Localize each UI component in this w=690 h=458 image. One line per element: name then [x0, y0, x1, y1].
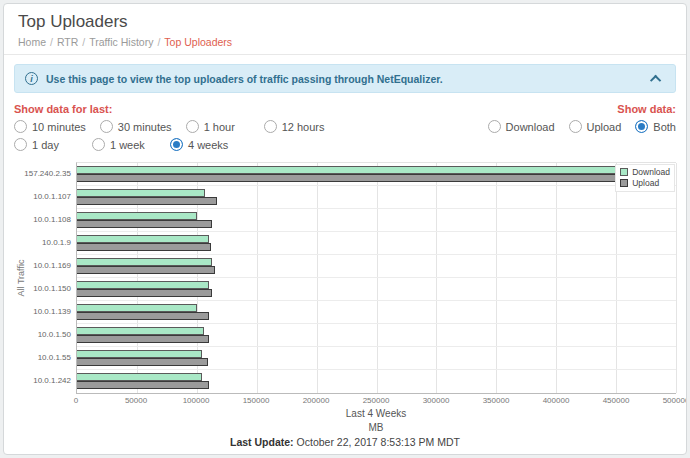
- info-alert: i Use this page to view the top uploader…: [14, 64, 676, 93]
- chart-row: [77, 347, 676, 370]
- controls-bar: Show data for last: 10 minutes30 minutes…: [4, 101, 686, 160]
- bar-download: [77, 212, 197, 220]
- time-options-row-2: 1 day1 week4 weeks: [14, 138, 328, 151]
- info-icon: i: [25, 72, 38, 85]
- filter-section: Filter data by: All TrafficPoolVLANSubdo…: [4, 448, 686, 455]
- x-tick-label: 400000: [543, 396, 570, 405]
- last-update: Last Update: October 22, 2017 8:53:13 PM…: [14, 436, 676, 448]
- radio-option-download[interactable]: Download: [488, 120, 555, 133]
- last-update-value: October 22, 2017 8:53:13 PM MDT: [294, 436, 460, 448]
- bar-upload: [77, 197, 217, 205]
- chart-row: [77, 163, 676, 186]
- radio-label: Both: [653, 121, 676, 133]
- radio-icon[interactable]: [264, 120, 277, 133]
- radio-label: 10 minutes: [32, 121, 86, 133]
- bar-upload: [77, 289, 212, 297]
- radio-icon[interactable]: [92, 138, 105, 151]
- chart-row: [77, 232, 676, 255]
- radio-icon[interactable]: [14, 138, 27, 151]
- radio-label: Download: [506, 121, 555, 133]
- page-card: Top Uploaders Home/RTR/Traffic History/T…: [3, 3, 687, 455]
- radio-icon[interactable]: [488, 120, 501, 133]
- x-tick-label: 200000: [303, 396, 330, 405]
- chart-legend: DownloadUpload: [615, 164, 675, 192]
- x-axis-ticks: 0500001000001500002000002500003000003500…: [76, 394, 676, 407]
- page-title: Top Uploaders: [18, 12, 672, 32]
- x-axis-title-line2: MB: [76, 421, 676, 435]
- bar-download: [77, 235, 209, 243]
- radio-option-both[interactable]: Both: [635, 120, 676, 133]
- chart-row: [77, 301, 676, 324]
- bar-download: [77, 327, 204, 335]
- y-axis-label: 10.0.1.108: [28, 208, 76, 231]
- legend-swatch: [620, 168, 628, 176]
- breadcrumb-home[interactable]: Home: [18, 36, 46, 48]
- radio-option-1-hour[interactable]: 1 hour: [186, 120, 250, 133]
- bar-upload: [77, 358, 208, 366]
- show-data-label: Show data:: [488, 103, 676, 115]
- bar-upload: [77, 220, 212, 228]
- radio-label: 1 day: [32, 139, 59, 151]
- breadcrumb: Home/RTR/Traffic History/Top Uploaders: [18, 36, 672, 48]
- bar-download: [77, 166, 628, 174]
- chart-row: [77, 278, 676, 301]
- breadcrumb-separator: /: [157, 36, 160, 48]
- legend-item-upload: Upload: [620, 178, 670, 188]
- y-axis-label: 10.0.1.9: [28, 231, 76, 254]
- radio-icon[interactable]: [186, 120, 199, 133]
- radio-icon[interactable]: [100, 120, 113, 133]
- chart-row: [77, 186, 676, 209]
- y-axis-label: 157.240.2.35: [28, 162, 76, 185]
- bar-upload: [77, 243, 211, 251]
- radio-label: 1 week: [110, 139, 145, 151]
- legend-label: Download: [632, 167, 670, 177]
- radio-option-upload[interactable]: Upload: [569, 120, 622, 133]
- radio-option-1-week[interactable]: 1 week: [92, 138, 156, 151]
- chart-row: [77, 209, 676, 232]
- breadcrumb-current: Top Uploaders: [164, 36, 232, 48]
- last-update-label: Last Update:: [230, 436, 294, 448]
- radio-icon[interactable]: [569, 120, 582, 133]
- x-tick-label: 300000: [423, 396, 450, 405]
- filter-data-by-label: Filter data by:: [14, 454, 676, 455]
- bar-download: [77, 350, 202, 358]
- show-data-for-last-label: Show data for last:: [14, 103, 328, 115]
- bar-download: [77, 281, 209, 289]
- radio-option-10-minutes[interactable]: 10 minutes: [14, 120, 86, 133]
- y-axis-label: 10.0.1.139: [28, 300, 76, 323]
- direction-options-row: DownloadUploadBoth: [488, 120, 676, 133]
- bar-upload: [77, 335, 209, 343]
- breadcrumb-rtr[interactable]: RTR: [57, 36, 78, 48]
- breadcrumb-separator: /: [50, 36, 53, 48]
- legend-label: Upload: [632, 178, 659, 188]
- radio-option-4-weeks[interactable]: 4 weeks: [170, 138, 234, 151]
- x-tick-label: 50000: [125, 396, 147, 405]
- radio-icon[interactable]: [170, 138, 183, 151]
- y-axis-title: All Traffic: [14, 162, 28, 394]
- bar-download: [77, 373, 202, 381]
- bar-download: [77, 258, 212, 266]
- y-axis-label: 10.0.1.150: [28, 277, 76, 300]
- x-tick-label: 250000: [363, 396, 390, 405]
- breadcrumb-traffic-history[interactable]: Traffic History: [89, 36, 153, 48]
- radio-option-12-hours[interactable]: 12 hours: [264, 120, 328, 133]
- plot-area: DownloadUpload: [76, 162, 676, 394]
- y-axis-label: 10.0.1.169: [28, 254, 76, 277]
- chart-row: [77, 324, 676, 347]
- traffic-chart: All Traffic 157.240.2.3510.0.1.10710.0.1…: [4, 160, 686, 448]
- chart-row: [77, 370, 676, 393]
- radio-icon[interactable]: [635, 120, 648, 133]
- chart-row: [77, 255, 676, 278]
- bar-upload: [77, 266, 215, 274]
- legend-swatch: [620, 179, 628, 187]
- header-divider: [4, 54, 686, 55]
- chart-rows: [77, 163, 676, 393]
- x-tick-label: 100000: [183, 396, 210, 405]
- y-axis-label: 10.0.1.50: [28, 323, 76, 346]
- radio-label: 12 hours: [282, 121, 325, 133]
- radio-icon[interactable]: [14, 120, 27, 133]
- y-axis-label: 10.0.1.107: [28, 185, 76, 208]
- page-header: Top Uploaders Home/RTR/Traffic History/T…: [4, 4, 686, 54]
- radio-option-30-minutes[interactable]: 30 minutes: [100, 120, 172, 133]
- radio-option-1-day[interactable]: 1 day: [14, 138, 78, 151]
